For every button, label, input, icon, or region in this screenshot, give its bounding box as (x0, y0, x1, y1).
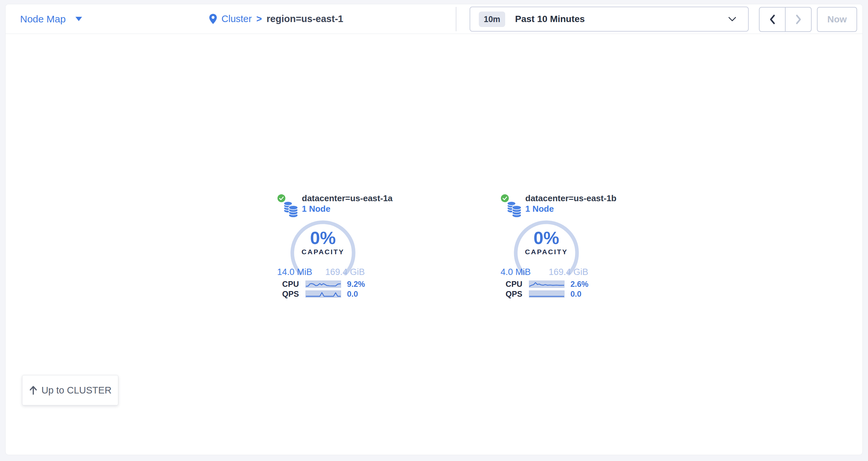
qps-metric-row: QPS 0.0 (493, 290, 591, 298)
status-ok-icon (277, 194, 285, 202)
map-pin-icon (209, 14, 217, 24)
arrow-up-icon (29, 386, 37, 395)
locality-card-us-east-1b[interactable]: datacenter=us-east-1b 1 Node 0% CAPACITY… (493, 189, 591, 302)
capacity-total: 169.4 GiB (325, 267, 365, 277)
capacity-used: 4.0 MiB (501, 267, 531, 277)
qps-label: QPS (269, 290, 299, 299)
cpu-metric-row: CPU 9.2% (269, 280, 368, 288)
qps-sparkline (529, 290, 564, 298)
breadcrumb-current: region=us-east-1 (267, 13, 343, 24)
cpu-label: CPU (269, 279, 299, 289)
caret-down-icon (75, 17, 82, 21)
time-window-dropdown[interactable]: 10m Past 10 Minutes (470, 7, 749, 32)
cpu-sparkline (529, 281, 564, 288)
locality-node-count: 1 Node (302, 204, 331, 214)
qps-value: 0.0 (570, 290, 581, 299)
cpu-label: CPU (493, 279, 522, 289)
capacity-values: 4.0 MiB 169.4 GiB (501, 267, 588, 277)
status-ok-icon (501, 194, 509, 202)
time-back-button[interactable] (760, 7, 785, 31)
qps-value: 0.0 (347, 290, 358, 299)
qps-label: QPS (493, 290, 522, 299)
capacity-percent: 0% (290, 228, 356, 248)
cpu-sparkline (306, 281, 341, 288)
databases-icon (506, 201, 522, 218)
up-to-cluster-label: Up to CLUSTER (41, 385, 112, 396)
node-map-panel: Node Map Cluster > region=us-east-1 10m … (5, 4, 863, 455)
qps-sparkline (306, 290, 341, 298)
capacity-values: 14.0 MiB 169.4 GiB (277, 267, 365, 277)
capacity-caption: CAPACITY (290, 248, 356, 256)
time-window-label: Past 10 Minutes (515, 14, 585, 24)
time-step-buttons (759, 7, 812, 32)
view-selector-dropdown[interactable]: Node Map (20, 4, 82, 34)
capacity-used: 14.0 MiB (277, 267, 312, 277)
locality-title: datacenter=us-east-1a (302, 193, 393, 203)
locality-card-us-east-1a[interactable]: datacenter=us-east-1a 1 Node 0% CAPACITY… (269, 189, 368, 302)
chevron-left-icon (769, 14, 776, 25)
cpu-metric-row: CPU 2.6% (493, 280, 591, 288)
capacity-total: 169.4 GiB (549, 267, 588, 277)
up-to-cluster-button[interactable]: Up to CLUSTER (22, 375, 118, 405)
chevron-right-icon (795, 14, 802, 25)
cpu-value: 9.2% (347, 279, 365, 289)
header-bar: Node Map Cluster > region=us-east-1 10m … (6, 4, 862, 34)
locality-title: datacenter=us-east-1b (525, 193, 617, 203)
breadcrumb-separator: > (256, 13, 262, 24)
chevron-down-icon (728, 17, 736, 22)
now-button[interactable]: Now (817, 7, 857, 32)
time-window-badge: 10m (479, 11, 505, 27)
node-map-page: Node Map Cluster > region=us-east-1 10m … (0, 0, 868, 461)
breadcrumb: Cluster > region=us-east-1 (209, 4, 343, 34)
capacity-percent: 0% (514, 228, 579, 248)
breadcrumb-cluster-link[interactable]: Cluster (221, 13, 252, 24)
databases-icon (282, 201, 299, 218)
time-forward-button[interactable] (785, 7, 811, 31)
capacity-caption: CAPACITY (514, 248, 579, 256)
cpu-value: 2.6% (570, 279, 589, 289)
view-selector-label: Node Map (20, 13, 66, 25)
qps-metric-row: QPS 0.0 (269, 290, 368, 298)
header-divider (456, 7, 457, 31)
locality-node-count: 1 Node (525, 204, 554, 214)
